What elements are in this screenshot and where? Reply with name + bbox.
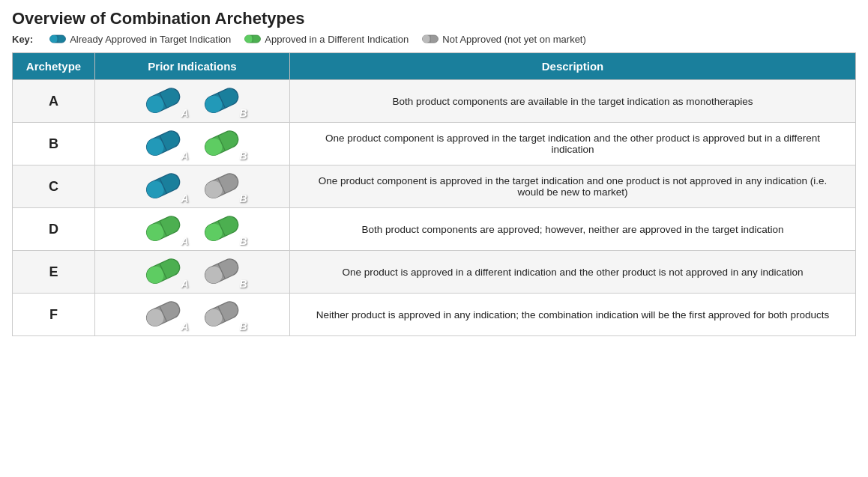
pill-a-wrapper: A <box>141 170 186 203</box>
pill-a-letter: A <box>181 192 188 204</box>
archetypes-table: Archetype Prior Indications Description … <box>12 52 856 336</box>
pill-a-letter: A <box>181 235 188 247</box>
description-cell: Both product components are available in… <box>290 80 856 123</box>
description-cell: Neither product is approved in any indic… <box>290 294 856 336</box>
pill-b-wrapper: B <box>199 170 244 203</box>
pill-b-letter: B <box>239 192 247 204</box>
prior-indications-cell: A B <box>95 294 290 336</box>
prior-indications-cell: A B <box>95 251 290 294</box>
key-label: Key: <box>12 34 33 45</box>
green-pill-icon <box>244 33 261 45</box>
svg-rect-4 <box>245 35 253 43</box>
key-item-not-approved: Not Approved (not yet on market) <box>422 33 585 45</box>
table-row: A A BBoth product components are availab… <box>13 80 856 123</box>
pill-a-letter: A <box>181 107 188 119</box>
svg-rect-1 <box>50 35 58 43</box>
pill-b-wrapper: B <box>199 213 244 246</box>
pill-b-letter: B <box>239 320 247 332</box>
pill-a-letter: A <box>181 320 188 332</box>
page-title: Overview of Combination Archetypes <box>12 9 856 28</box>
table-row: D A BBoth product components are approve… <box>13 208 856 251</box>
gray-pill-icon <box>422 33 438 45</box>
prior-indications-cell: A B <box>95 208 290 251</box>
pill-b-wrapper: B <box>199 85 244 118</box>
pill-b-letter: B <box>239 235 247 247</box>
pill-b-wrapper: B <box>199 255 244 288</box>
pill-a-wrapper: A <box>141 255 186 288</box>
pill-a-wrapper: A <box>141 85 186 118</box>
header-archetype: Archetype <box>13 53 95 80</box>
archetype-cell: C <box>13 165 95 208</box>
pill-a-wrapper: A <box>141 298 186 331</box>
archetype-cell: E <box>13 251 95 294</box>
description-cell: Both product components are approved; ho… <box>290 208 856 251</box>
description-cell: One product component is approved in the… <box>290 165 856 208</box>
key-item-already-approved: Already Approved in Target Indication <box>49 33 231 45</box>
teal-pill-icon <box>49 33 66 45</box>
pill-a-wrapper: A <box>141 127 186 160</box>
table-row: B A BOne product component is approved i… <box>13 123 856 165</box>
pill-b-letter: B <box>239 278 247 290</box>
archetype-cell: D <box>13 208 95 251</box>
svg-rect-7 <box>423 35 431 43</box>
prior-indications-cell: A B <box>95 165 290 208</box>
pill-b-letter: B <box>239 107 247 119</box>
pill-b-letter: B <box>239 150 247 162</box>
table-row: F A BNeither product is approved in any … <box>13 294 856 336</box>
description-cell: One product is approved in a different i… <box>290 251 856 294</box>
description-cell: One product component is approved in the… <box>290 123 856 165</box>
pill-a-letter: A <box>181 150 188 162</box>
prior-indications-cell: A B <box>95 80 290 123</box>
key-item-approved-different: Approved in a Different Indication <box>244 33 409 45</box>
archetype-cell: F <box>13 294 95 336</box>
table-row: C A BOne product component is approved i… <box>13 165 856 208</box>
pill-b-wrapper: B <box>199 127 244 160</box>
prior-indications-cell: A B <box>95 123 290 165</box>
pill-a-wrapper: A <box>141 213 186 246</box>
pill-b-wrapper: B <box>199 298 244 331</box>
archetype-cell: A <box>13 80 95 123</box>
header-description: Description <box>290 53 856 80</box>
key-row: Key: Already Approved in Target Indicati… <box>12 33 856 45</box>
pill-a-letter: A <box>181 278 188 290</box>
table-row: E A BOne product is approved in a differ… <box>13 251 856 294</box>
header-prior-indications: Prior Indications <box>95 53 290 80</box>
archetype-cell: B <box>13 123 95 165</box>
